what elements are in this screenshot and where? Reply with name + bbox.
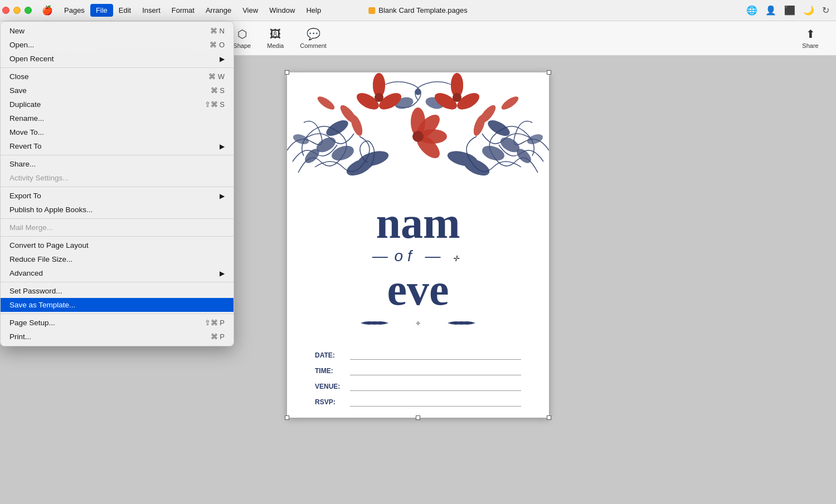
shape-icon: ⬡ — [237, 27, 247, 41]
selection-handle-tl[interactable] — [285, 70, 289, 75]
card-divider: ✛ — [298, 317, 538, 329]
card-venue-row: VENUE: — [315, 382, 521, 391]
menu-item-duplicate[interactable]: Duplicate ⇧⌘ S — [1, 97, 234, 111]
comment-button[interactable]: 💬 Comment — [292, 24, 334, 52]
move-cursor-icon: ✛ — [453, 254, 464, 263]
traffic-lights — [2, 7, 32, 14]
menu-separator-1 — [1, 67, 234, 68]
menu-edit[interactable]: Edit — [113, 4, 137, 17]
minimize-button[interactable] — [13, 7, 21, 14]
card-time-line — [350, 366, 521, 375]
menu-item-save[interactable]: Save ⌘ S — [1, 84, 234, 97]
menu-arrange[interactable]: Arrange — [200, 4, 237, 17]
file-dropdown-menu: New ⌘ N Open... ⌘ O Open Recent ▶ Close … — [0, 21, 234, 346]
menu-separator-2 — [1, 155, 234, 155]
menu-view[interactable]: View — [237, 4, 264, 17]
comment-icon: 💬 — [307, 27, 320, 41]
share-icon: ⬆ — [806, 27, 815, 41]
app-icon[interactable]: ⬛ — [784, 5, 795, 16]
maximize-button[interactable] — [25, 7, 32, 14]
selection-handle-bl[interactable] — [285, 415, 289, 420]
card-date-line — [350, 351, 521, 360]
menu-item-new[interactable]: New ⌘ N — [1, 24, 234, 38]
menu-item-save-as-template[interactable]: Save as Template... — [1, 298, 234, 312]
menu-separator-5 — [1, 236, 234, 237]
menu-item-publish-apple[interactable]: Publish to Apple Books... — [1, 203, 234, 217]
menu-item-share[interactable]: Share... — [1, 157, 234, 171]
refresh-icon[interactable]: ↻ — [822, 5, 829, 16]
menu-item-advanced[interactable]: Advanced ▶ — [1, 266, 234, 280]
menu-separator-7 — [1, 314, 234, 314]
menu-item-convert-to-page-layout[interactable]: Convert to Page Layout — [1, 238, 234, 252]
menu-item-close[interactable]: Close ⌘ W — [1, 70, 234, 84]
menu-window[interactable]: Window — [264, 4, 300, 17]
document-icon — [368, 7, 375, 14]
selection-handle-br[interactable] — [547, 415, 551, 420]
card-date-row: DATE: — [315, 351, 521, 360]
window-title: Blank Card Template.pages — [368, 6, 467, 14]
card-venue-line — [350, 382, 521, 391]
menu-item-print[interactable]: Print... ⌘ P — [1, 330, 234, 344]
card-rsvp-row: RSVP: — [315, 398, 521, 407]
menu-help[interactable]: Help — [300, 4, 327, 17]
menu-item-move-to[interactable]: Move To... — [1, 125, 234, 139]
menu-separator-3 — [1, 187, 234, 187]
menu-item-revert-to[interactable]: Revert To ▶ — [1, 139, 234, 153]
card-decorative-top — [287, 72, 549, 184]
menu-item-reduce-file-size[interactable]: Reduce File Size... — [1, 252, 234, 266]
share-button[interactable]: ⬆ Share — [794, 24, 827, 52]
card-rsvp-line — [350, 398, 521, 407]
close-button[interactable] — [2, 7, 9, 14]
menu-pages[interactable]: Pages — [59, 4, 90, 17]
account-icon[interactable]: 👤 — [765, 5, 776, 16]
menu-item-rename[interactable]: Rename... — [1, 111, 234, 125]
svg-point-11 — [415, 89, 421, 95]
menu-item-export-to[interactable]: Export To ▶ — [1, 189, 234, 203]
menu-separator-4 — [1, 218, 234, 219]
menu-file[interactable]: File — [90, 4, 113, 17]
svg-point-30 — [412, 131, 424, 142]
svg-point-25 — [453, 93, 461, 102]
network-status-icon[interactable]: 🌐 — [746, 5, 757, 16]
menu-item-set-password[interactable]: Set Password... — [1, 284, 234, 298]
menu-item-page-setup[interactable]: Page Setup... ⇧⌘ P — [1, 316, 234, 330]
menu-item-activity-settings: Activity Settings... — [1, 171, 234, 185]
selection-handle-tr[interactable] — [547, 70, 551, 75]
header-right-icons: 🌐 👤 ⬛ 🌙 ↻ — [746, 5, 829, 16]
menu-item-open-recent[interactable]: Open Recent ▶ — [1, 52, 234, 66]
card-name[interactable]: nam — [298, 200, 538, 245]
apple-menu-item[interactable]: 🍎 — [36, 3, 59, 18]
move-cursor-2: ✛ — [416, 320, 420, 326]
card-title-area: nam — of — ✛ eve ✛ — [287, 184, 549, 340]
card-details: DATE: TIME: VENUE: RSVP: — [287, 340, 549, 418]
menu-item-open[interactable]: Open... ⌘ O — [1, 38, 234, 52]
menu-format[interactable]: Format — [166, 4, 200, 17]
media-icon: 🖼 — [270, 28, 281, 41]
page-canvas: nam — of — ✛ eve ✛ — [287, 72, 549, 418]
night-mode-icon[interactable]: 🌙 — [803, 5, 814, 16]
media-button[interactable]: 🖼 Media — [259, 25, 292, 52]
svg-point-18 — [375, 93, 383, 102]
card-of: — of — ✛ — [298, 247, 538, 265]
menu-insert[interactable]: Insert — [137, 4, 166, 17]
selection-handle-bm[interactable] — [416, 415, 420, 420]
menu-bar: 🍎 Pages File Edit Insert Format Arrange … — [0, 0, 836, 21]
card-time-row: TIME: — [315, 366, 521, 375]
menu-item-mail-merge: Mail Merge... — [1, 221, 234, 234]
menu-separator-6 — [1, 282, 234, 282]
card-event[interactable]: eve — [298, 267, 538, 312]
